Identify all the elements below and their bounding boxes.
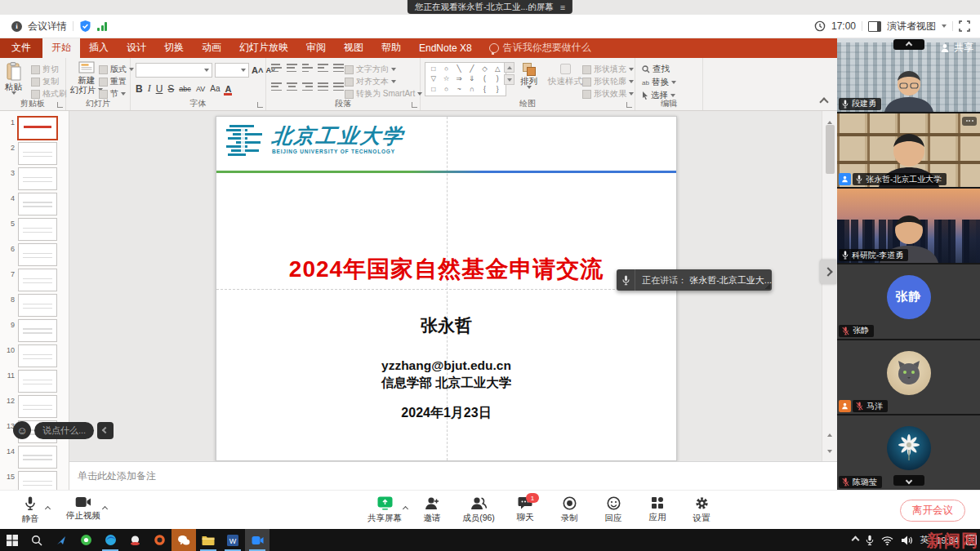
font-color-button[interactable]: A xyxy=(225,84,231,94)
tab-help[interactable]: 帮助 xyxy=(372,38,410,58)
copy-button[interactable]: 复制 xyxy=(31,76,67,87)
collapse-ribbon-icon[interactable] xyxy=(819,97,828,106)
meeting-details-button[interactable]: 会议详情 xyxy=(28,20,67,33)
members-button[interactable]: 成员(96) xyxy=(457,491,500,524)
layout-button[interactable]: 版式 xyxy=(99,64,134,75)
chevron-up-icon[interactable] xyxy=(103,500,107,514)
banner-menu-icon[interactable]: ≡ xyxy=(560,2,565,12)
tab-endnote[interactable]: EndNote X8 xyxy=(410,38,481,58)
char-spacing-button[interactable]: AV xyxy=(196,85,205,93)
tab-slideshow[interactable]: 幻灯片放映 xyxy=(230,38,297,58)
taskbar-app-browser[interactable] xyxy=(147,529,172,551)
more-options-button[interactable] xyxy=(962,117,977,126)
stop-video-button[interactable]: 停止视频 xyxy=(60,491,106,525)
slide-thumbnail[interactable]: 1 xyxy=(0,115,69,140)
scrollbar-thumb[interactable] xyxy=(826,125,835,174)
tab-file[interactable]: 文件 xyxy=(0,38,42,58)
scroll-participants-down-button[interactable] xyxy=(893,475,924,486)
replace-button[interactable]: ab 替换 xyxy=(642,77,676,88)
chevron-up-icon[interactable] xyxy=(403,500,408,514)
change-case-button[interactable]: Aa xyxy=(210,84,220,93)
taskbar-app-mail[interactable] xyxy=(49,529,74,551)
mute-button[interactable]: 静音 xyxy=(11,491,49,525)
taskbar-app-qq[interactable] xyxy=(122,529,147,551)
next-slide-icon[interactable] xyxy=(827,442,832,456)
tab-home[interactable]: 开始 xyxy=(42,38,80,58)
cut-button[interactable]: 剪切 xyxy=(31,64,67,75)
justify-icon[interactable] xyxy=(318,82,328,91)
watching-banner[interactable]: 您正在观看张永哲-北京工业...的屏幕 ≡ xyxy=(408,0,572,14)
chat-button[interactable]: 1 聊天 xyxy=(506,491,544,524)
shapes-scrollbar[interactable] xyxy=(504,62,514,85)
slide-thumbnail[interactable]: 15 xyxy=(0,469,69,490)
dialog-launcher-icon[interactable] xyxy=(626,102,632,108)
speaking-indicator[interactable]: 正在讲话： 张永哲-北京工业大... xyxy=(617,269,772,291)
shape-fill-button[interactable]: 形状填充 xyxy=(582,64,634,75)
settings-button[interactable]: 设置 xyxy=(683,491,720,524)
taskbar-file-explorer[interactable] xyxy=(196,529,220,551)
tab-transitions[interactable]: 切换 xyxy=(155,38,193,58)
dialog-launcher-icon[interactable] xyxy=(57,102,63,108)
align-right-icon[interactable] xyxy=(302,82,313,91)
text-direction-button[interactable]: 文字方向 xyxy=(345,64,422,75)
tray-mic-icon[interactable] xyxy=(866,535,874,546)
security-shield-icon[interactable] xyxy=(79,20,91,33)
line-spacing-icon[interactable] xyxy=(333,64,344,72)
slide-thumbnail[interactable]: 4 xyxy=(0,191,69,216)
previous-slide-icon[interactable] xyxy=(827,425,832,440)
quick-styles-button[interactable]: 快速样式 xyxy=(548,63,582,86)
invite-button[interactable]: 邀请 xyxy=(413,491,451,524)
react-button[interactable]: 回应 xyxy=(595,491,632,524)
notes-pane[interactable]: 单击此处添加备注 xyxy=(69,461,837,490)
slide-thumbnail[interactable]: 3 xyxy=(0,166,69,191)
slide-thumbnail[interactable]: 10 xyxy=(0,343,69,368)
participant-tile[interactable]: 马洋 xyxy=(837,340,980,415)
taskbar-search-button[interactable] xyxy=(24,529,49,551)
slide-thumbnail[interactable]: 8 xyxy=(0,292,69,318)
participant-tile[interactable]: 科研院-李道勇 xyxy=(837,189,980,263)
indent-decrease-icon[interactable] xyxy=(302,64,313,72)
tab-review[interactable]: 审阅 xyxy=(297,38,335,58)
leave-meeting-button[interactable]: 离开会议 xyxy=(900,500,965,522)
font-size-combobox[interactable] xyxy=(215,63,249,78)
slide[interactable]: 北京工业大学 BEIJING UNIVERSITY OF TECHNOLOGY … xyxy=(216,116,677,461)
slide-thumbnail[interactable]: 12 xyxy=(0,393,69,419)
chevron-up-icon[interactable] xyxy=(46,500,50,514)
wifi-icon[interactable] xyxy=(881,535,893,545)
bullets-icon[interactable] xyxy=(271,64,282,72)
taskbar-app-edge[interactable] xyxy=(98,529,122,551)
shapes-gallery[interactable]: □○╲╱◇△ ▽☆⇒⇓() □○~∩{} xyxy=(425,62,506,96)
slide-thumbnail[interactable]: 7 xyxy=(0,267,69,292)
align-left-icon[interactable] xyxy=(271,82,282,91)
share-screen-button[interactable]: 共享屏幕 xyxy=(363,491,407,524)
taskbar-app-word[interactable]: W xyxy=(220,529,245,551)
slide-thumbnail[interactable]: 2 xyxy=(0,140,69,166)
grow-font-button[interactable]: A˄ xyxy=(252,65,263,75)
slide-thumbnail[interactable]: 6 xyxy=(0,242,69,267)
emoji-icon[interactable]: ☺ xyxy=(13,421,31,439)
slide-thumbnail[interactable]: 5 xyxy=(0,216,69,242)
speaker-icon[interactable] xyxy=(901,535,912,545)
tell-me-box[interactable]: 告诉我你想要做什么 xyxy=(481,38,599,58)
clear-strike-button[interactable]: abc xyxy=(179,85,191,93)
collapse-chat-icon[interactable] xyxy=(97,422,114,439)
tab-design[interactable]: 设计 xyxy=(118,38,155,58)
panel-collapse-handle[interactable] xyxy=(820,260,836,284)
start-button[interactable] xyxy=(0,529,24,551)
slide-scrollbar[interactable] xyxy=(822,110,838,461)
underline-button[interactable]: U xyxy=(156,83,163,95)
paste-button[interactable]: 粘贴 xyxy=(5,62,22,95)
slide-thumbnail[interactable]: 9 xyxy=(0,318,69,343)
taskbar-app-wechat[interactable] xyxy=(172,529,196,551)
align-center-icon[interactable] xyxy=(287,82,297,91)
indent-increase-icon[interactable] xyxy=(318,64,328,72)
strikethrough-button[interactable]: S xyxy=(167,83,174,95)
slide-thumbnail[interactable]: 14 xyxy=(0,444,69,469)
view-mode-selector[interactable]: 演讲者视图 xyxy=(887,20,936,33)
align-text-button[interactable]: 对齐文本 xyxy=(345,76,422,87)
taskbar-app-meeting[interactable] xyxy=(245,529,270,551)
tab-insert[interactable]: 插入 xyxy=(80,38,118,58)
participant-tile[interactable]: 张永哲-北京工业大学 xyxy=(837,113,980,188)
tab-view[interactable]: 视图 xyxy=(335,38,372,58)
new-slide-button[interactable]: 新建 幻灯片 xyxy=(70,61,103,95)
